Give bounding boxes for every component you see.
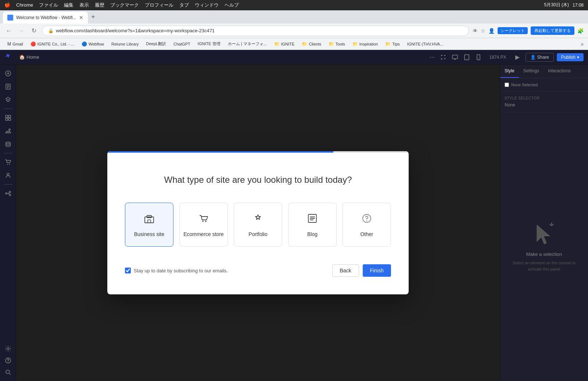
profile-icon[interactable]: 👤 bbox=[488, 28, 495, 34]
active-tab[interactable]: Welcome to Webflow - Webfl... ✕ bbox=[3, 12, 88, 23]
menu-tab[interactable]: タブ bbox=[179, 2, 189, 8]
update-button[interactable]: 再起動して更新する bbox=[531, 26, 574, 35]
tracking-protection-icon[interactable]: 👁 bbox=[473, 28, 478, 34]
menu-bookmarks[interactable]: ブックマーク bbox=[110, 2, 139, 8]
mac-time: 17:08 bbox=[573, 3, 584, 8]
none-selected-checkbox[interactable] bbox=[505, 83, 509, 87]
more-options-button[interactable]: ··· bbox=[430, 53, 435, 61]
bookmarks-bar: M Gmail 🔴 IGNITE Co., Ltd. - ... 🔵 Webfl… bbox=[0, 38, 588, 50]
share-button[interactable]: 👤 Share bbox=[526, 53, 554, 62]
site-type-other[interactable]: Other bbox=[343, 203, 391, 247]
sidebar-users[interactable] bbox=[2, 170, 14, 181]
bookmark-relume[interactable]: Relume Library bbox=[108, 40, 142, 48]
back-button[interactable]: Back bbox=[332, 264, 359, 277]
bookmark-tools[interactable]: 📁 Tools bbox=[326, 40, 348, 48]
bookmark-webflow[interactable]: 🔵 Webflow bbox=[79, 40, 107, 48]
bookmarks-more-button[interactable]: » bbox=[581, 41, 584, 47]
sidebar-help[interactable] bbox=[2, 355, 14, 366]
bookmark-ignite-admin[interactable]: IGNITE 管理 bbox=[195, 40, 223, 48]
svg-point-4 bbox=[478, 58, 479, 59]
tab-style[interactable]: Style bbox=[500, 65, 519, 78]
modal-footer-buttons: Back Finish bbox=[332, 264, 391, 277]
address-input[interactable]: 🔒 webflow.com/dashboard/welcome?s=1&work… bbox=[42, 26, 469, 36]
menu-help[interactable]: ヘルプ bbox=[225, 2, 239, 8]
bookmark-chatgpt[interactable]: ChatGPT bbox=[171, 40, 193, 48]
home-page-link[interactable]: 🏠 Home bbox=[16, 53, 42, 61]
svg-point-2 bbox=[466, 58, 467, 59]
mac-menu: 🍎 Chrome ファイル 編集 表示 履歴 ブックマーク プロフィール タブ … bbox=[4, 2, 239, 8]
desktop-view-button[interactable] bbox=[450, 52, 460, 62]
bookmark-label: IGNITE bbox=[281, 42, 295, 46]
apple-menu[interactable]: 🍎 bbox=[4, 2, 10, 8]
address-bar: ← → ↻ 🔒 webflow.com/dashboard/welcome?s=… bbox=[0, 23, 588, 38]
svg-point-27 bbox=[205, 221, 207, 222]
forward-nav-button[interactable]: → bbox=[17, 28, 26, 34]
menu-file[interactable]: ファイル bbox=[39, 2, 58, 8]
ignite-co-icon: 🔴 bbox=[31, 41, 36, 47]
style-selector-value[interactable]: None bbox=[505, 102, 584, 108]
svg-point-12 bbox=[6, 142, 10, 144]
email-subscribe-checkbox[interactable] bbox=[125, 268, 131, 273]
publish-button[interactable]: Publish ▾ bbox=[557, 53, 584, 61]
bookmark-tips[interactable]: 📁 Tips bbox=[382, 40, 402, 48]
site-type-portfolio[interactable]: Portfolio bbox=[234, 203, 282, 247]
sidebar-settings[interactable] bbox=[2, 343, 14, 355]
sidebar-logic[interactable] bbox=[2, 188, 14, 199]
share-label: Share bbox=[537, 55, 549, 60]
mobile-view-button[interactable] bbox=[473, 52, 484, 62]
webflow-toolbar: 🏠 Home ··· 1874 PX bbox=[0, 50, 588, 65]
expand-view-button[interactable] bbox=[438, 52, 448, 62]
sidebar-add-element[interactable] bbox=[2, 68, 14, 79]
sidebar-pages[interactable] bbox=[2, 81, 14, 92]
tab-settings[interactable]: Settings bbox=[519, 65, 544, 78]
sidebar-divider-3 bbox=[4, 184, 12, 185]
lock-icon: 🔒 bbox=[48, 28, 54, 33]
email-subscribe-checkbox-label[interactable]: Stay up to date by subscribing to our em… bbox=[125, 268, 228, 273]
menu-profile[interactable]: プロフィール bbox=[145, 2, 173, 8]
bookmark-ignite-co[interactable]: 🔴 IGNITE Co., Ltd. - ... bbox=[28, 40, 77, 48]
bookmark-gmail[interactable]: M Gmail bbox=[4, 40, 26, 48]
site-type-blog[interactable]: Blog bbox=[288, 203, 337, 247]
svg-point-30 bbox=[366, 220, 367, 221]
menu-edit[interactable]: 編集 bbox=[64, 2, 74, 8]
bookmark-ignite-folder[interactable]: 📁 IGNITE bbox=[271, 40, 298, 48]
tab-close-button[interactable]: ✕ bbox=[79, 15, 83, 21]
sidebar-divider-2 bbox=[4, 153, 12, 153]
extensions-icon[interactable]: 🧩 bbox=[577, 28, 584, 34]
sidebar-cms[interactable] bbox=[2, 138, 14, 150]
bookmark-inspiration[interactable]: 📁 Inspiration bbox=[349, 40, 381, 48]
back-nav-button[interactable]: ← bbox=[4, 28, 13, 34]
bookmark-star-icon[interactable]: ☆ bbox=[481, 28, 485, 34]
bookmark-label: Webflow bbox=[89, 42, 104, 46]
tab-interactions[interactable]: Interactions bbox=[544, 65, 575, 78]
bookmark-ignite-thv[interactable]: IGNITE (THV.HVA... bbox=[404, 40, 446, 48]
address-bar-icons: 👁 ☆ 👤 シークレット 再起動して更新する 🧩 bbox=[473, 26, 584, 35]
right-panel-tabs: Style Settings Interactions bbox=[500, 65, 588, 78]
bookmark-deepl[interactable]: DeepL翻訳 bbox=[143, 40, 169, 48]
svg-rect-7 bbox=[6, 115, 8, 117]
webflow-logo[interactable] bbox=[4, 52, 12, 62]
menu-window[interactable]: ウィンドウ bbox=[195, 2, 219, 8]
checkbox-label-text: Stay up to date by subscribing to our em… bbox=[134, 268, 228, 273]
chrome-tab-bar: Welcome to Webflow - Webfl... ✕ + bbox=[0, 10, 588, 23]
sidebar-ecommerce[interactable] bbox=[2, 156, 14, 168]
tab-favicon bbox=[7, 15, 13, 21]
bookmark-clients[interactable]: 📁 Clients bbox=[299, 40, 324, 48]
tablet-view-button[interactable] bbox=[462, 52, 472, 62]
sidebar-search[interactable] bbox=[2, 366, 14, 378]
site-type-business[interactable]: Business site bbox=[125, 203, 173, 247]
sidebar-components[interactable] bbox=[2, 112, 14, 124]
menu-history[interactable]: 履歴 bbox=[95, 2, 104, 8]
sidebar-assets[interactable] bbox=[2, 125, 14, 137]
site-type-ecommerce[interactable]: Ecommerce store bbox=[179, 203, 228, 247]
menu-view[interactable]: 表示 bbox=[79, 2, 89, 8]
site-type-modal: What type of site are you looking to bui… bbox=[107, 151, 409, 294]
reload-button[interactable]: ↻ bbox=[29, 27, 38, 34]
sidebar-layers[interactable] bbox=[2, 94, 14, 106]
bookmark-money-forward[interactable]: ホーム | マネーフォ... bbox=[225, 40, 270, 48]
new-tab-button[interactable]: + bbox=[88, 12, 98, 22]
view-controls bbox=[438, 52, 484, 62]
finish-button[interactable]: Finish bbox=[363, 264, 391, 277]
preview-button[interactable]: ▶ bbox=[512, 52, 523, 62]
svg-rect-0 bbox=[452, 55, 458, 59]
